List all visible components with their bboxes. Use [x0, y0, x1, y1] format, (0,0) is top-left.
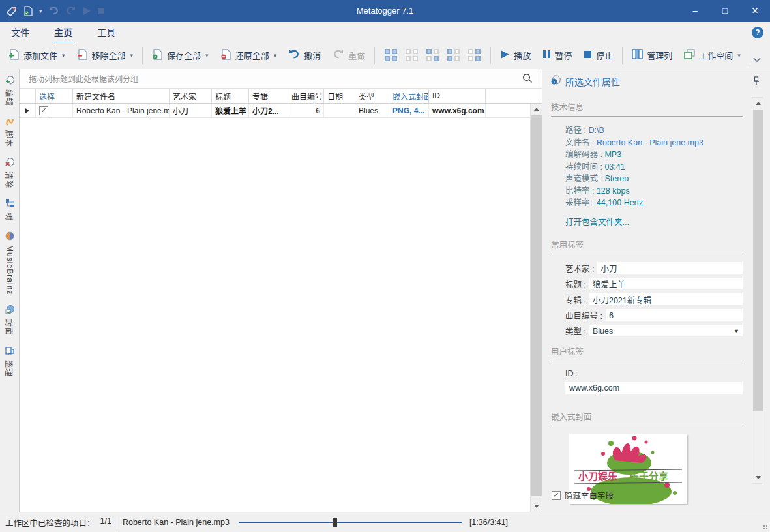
file-list-area: 拖动列标题到此处根据该列分组 选择 新建文件名 艺术家 标题 专辑 曲目编号 日… — [20, 69, 542, 512]
filename-value-link[interactable]: Roberto Kan - Plain jene.mp3 — [597, 138, 703, 147]
tag-clear-icon — [5, 158, 14, 170]
search-icon[interactable] — [522, 73, 533, 86]
panel-vertical-scrollbar[interactable] — [752, 97, 763, 484]
section-embedded-cover: 嵌入式封面 — [551, 410, 743, 426]
section-common-tags: 常用标签 — [551, 238, 743, 254]
sidebar-item-edit[interactable]: 编辑 — [4, 76, 15, 106]
undo-button[interactable]: 撤消 — [282, 46, 327, 65]
app-window: ▾ Metatogger 7.1 – □ ✕ 文件 主页 工具 — [0, 0, 770, 532]
table-row[interactable]: Roberto Kan - Plain jene.mp3 小刀 狼爱上羊 小刀2… — [20, 104, 542, 118]
tab-file[interactable]: 文件 — [10, 23, 31, 41]
pause-button[interactable]: 暂停 — [537, 46, 578, 65]
sidebar-item-scripts[interactable]: 脚本 — [4, 117, 15, 147]
row-select-checkbox[interactable] — [39, 106, 48, 115]
scrollbar-thumb[interactable] — [531, 115, 542, 496]
save-all-button[interactable]: 保存全部▾ — [146, 46, 215, 65]
field-artist: 艺术家 : 小刀 — [565, 262, 743, 274]
open-containing-folder-link[interactable]: 打开包含文件夹... — [565, 215, 629, 228]
view-filter-icon[interactable] — [468, 49, 481, 61]
current-row-marker — [20, 104, 36, 117]
column-header-artist[interactable]: 艺术家 — [170, 89, 212, 103]
view-filter-icon[interactable] — [406, 49, 418, 61]
close-button[interactable]: ✕ — [740, 0, 770, 22]
title-input[interactable]: 狼爱上羊 — [589, 278, 743, 289]
genre-dropdown[interactable]: Blues▼ — [589, 325, 743, 336]
scrollbar-thumb[interactable] — [753, 110, 763, 411]
view-filter-icon[interactable] — [385, 49, 397, 61]
column-header-id[interactable]: ID — [429, 89, 486, 103]
play-icon[interactable] — [82, 7, 91, 16]
scroll-up-arrow-icon[interactable] — [531, 104, 542, 115]
undo-icon[interactable] — [48, 6, 59, 16]
resize-grip[interactable] — [762, 524, 768, 530]
sidebar-item-tree[interactable]: 树 — [4, 199, 15, 221]
maximize-button[interactable]: □ — [710, 0, 740, 22]
id-input[interactable]: www.x6g.com — [565, 382, 743, 394]
view-filter-icon[interactable] — [447, 49, 460, 61]
column-header-genre[interactable]: 类型 — [355, 89, 389, 103]
album-input[interactable]: 小刀2021新专辑 — [589, 293, 743, 305]
sidebar-item-covers[interactable]: 封面 — [4, 305, 15, 336]
scroll-down-arrow-icon[interactable] — [531, 501, 542, 512]
tag-add-icon — [5, 76, 14, 87]
column-header-title[interactable]: 标题 — [212, 89, 249, 103]
hide-empty-fields-option: 隐藏空白字段 — [552, 489, 614, 501]
ribbon-toolbar: 添加文件▾ 移除全部▾ 保存全部▾ 还原全部▾ 撤消 重做 播放 — [0, 42, 770, 68]
save-dropdown-caret-icon[interactable]: ▾ — [39, 8, 42, 14]
help-button[interactable]: ? — [752, 27, 763, 38]
remove-file-icon — [77, 49, 88, 62]
redo-button[interactable]: 重做 — [327, 46, 371, 65]
stop-button[interactable]: 停止 — [578, 46, 619, 65]
tab-home[interactable]: 主页 — [53, 23, 74, 41]
add-files-button[interactable]: 添加文件▾ — [3, 46, 71, 65]
field-track: 曲目编号 : 6 — [565, 309, 743, 321]
table-vertical-scrollbar[interactable] — [530, 104, 542, 512]
field-title: 标题 : 狼爱上羊 — [565, 278, 743, 290]
group-by-bar: 拖动列标题到此处根据该列分组 — [20, 69, 542, 89]
stop-icon[interactable] — [97, 7, 105, 15]
tech-row-bitrate: 比特率 : 128 kbps — [565, 185, 743, 198]
panel-title: 所选文件属性 — [565, 75, 620, 88]
redo-icon[interactable] — [65, 6, 76, 16]
checked-items-label: 工作区中已检查的项目： — [5, 516, 95, 529]
restore-all-button[interactable]: 还原全部▾ — [215, 46, 283, 65]
scroll-down-arrow-icon[interactable] — [752, 472, 764, 483]
column-header-album[interactable]: 专辑 — [249, 89, 288, 103]
save-all-icon[interactable] — [23, 6, 33, 16]
play-button[interactable]: 播放 — [494, 46, 537, 65]
tech-row-channel-mode: 声道模式 : Stereo — [565, 173, 743, 185]
sidebar-item-musicbrainz[interactable]: MusicBrainz — [5, 231, 14, 295]
minimize-button[interactable]: – — [680, 0, 710, 22]
workspace-icon — [684, 49, 695, 61]
cell-album: 小刀2... — [249, 104, 288, 117]
sidebar-item-organize[interactable]: 整理 — [4, 346, 15, 377]
track-input[interactable]: 6 — [606, 309, 743, 321]
manage-columns-button[interactable]: 管理列 — [626, 46, 678, 65]
svg-text:i: i — [554, 79, 555, 85]
status-bar: 工作区中已检查的项目： 1/1 Roberto Kan - Plain jene… — [0, 512, 770, 532]
workspace-button[interactable]: 工作空间▾ — [678, 46, 747, 65]
collapse-ribbon-chevron-icon[interactable] — [753, 55, 761, 65]
section-tech-info: 技术信息 — [551, 100, 743, 117]
tab-tools[interactable]: 工具 — [96, 23, 117, 41]
column-header-cover[interactable]: 嵌入式封面 — [389, 89, 429, 103]
column-header-track[interactable]: 曲目编号 — [288, 89, 324, 103]
pin-icon[interactable] — [753, 76, 760, 88]
hide-empty-checkbox[interactable] — [552, 491, 561, 500]
artist-input[interactable]: 小刀 — [597, 262, 743, 274]
sidebar-item-clean[interactable]: 清除 — [4, 158, 15, 188]
view-filter-icon[interactable] — [426, 49, 439, 61]
progress-thumb[interactable] — [333, 518, 337, 527]
path-value-link[interactable]: D:\B — [588, 126, 604, 135]
cell-genre: Blues — [355, 104, 389, 117]
column-header-select[interactable]: 选择 — [36, 89, 73, 103]
chevron-down-icon[interactable]: ▼ — [733, 328, 739, 334]
column-header-date[interactable]: 日期 — [324, 89, 355, 103]
column-header-new-filename[interactable]: 新建文件名 — [73, 89, 170, 103]
remove-all-button[interactable]: 移除全部▾ — [71, 46, 140, 65]
progress-track — [239, 522, 462, 523]
cell-title: 狼爱上羊 — [212, 104, 249, 117]
save-file-icon — [152, 49, 163, 62]
scroll-up-arrow-icon[interactable] — [752, 98, 764, 109]
playback-progress-slider[interactable] — [239, 518, 462, 527]
